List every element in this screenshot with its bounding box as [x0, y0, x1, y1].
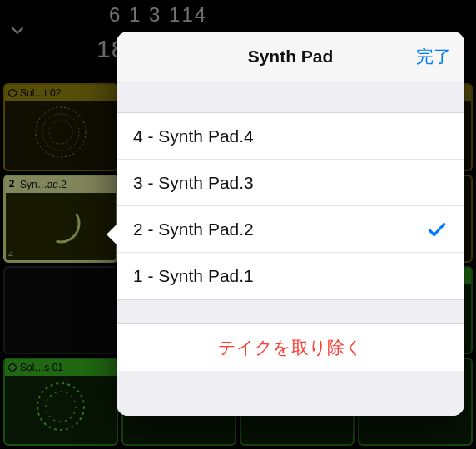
remove-take-button[interactable]: テイクを取り除く	[117, 324, 464, 371]
pad-cell-selected[interactable]: 2 Syn…ad.2 4	[3, 175, 118, 263]
pad-ring-icon	[32, 103, 90, 161]
take-row[interactable]: 4 - Synth Pad.4	[117, 113, 464, 160]
pad-ring-icon	[32, 377, 90, 436]
svg-point-8	[46, 392, 76, 422]
pad-ring-icon	[32, 195, 90, 253]
take-label: 2 - Synth Pad.2	[133, 220, 426, 239]
pad-cell[interactable]: Sol…t 02	[3, 83, 118, 171]
loop-icon	[8, 363, 17, 372]
pad-title: Syn…ad.2	[20, 179, 113, 190]
remove-take-label: テイクを取り除く	[218, 336, 363, 359]
takes-popover: Synth Pad 完了 4 - Synth Pad.4 3 - Synth P…	[117, 32, 464, 416]
pad-cell[interactable]: Sol…s 01	[3, 358, 118, 446]
chevron-down-icon[interactable]	[8, 21, 27, 39]
take-row-selected[interactable]: 2 - Synth Pad.2	[117, 206, 464, 253]
take-label: 3 - Synth Pad.3	[133, 173, 448, 193]
take-label: 4 - Synth Pad.4	[133, 126, 448, 146]
check-icon	[426, 219, 448, 240]
svg-point-3	[42, 114, 79, 150]
popover-footer	[117, 371, 464, 416]
popover-arrow	[107, 223, 118, 246]
svg-point-5	[36, 199, 86, 249]
pad-title: Sol…t 02	[20, 87, 113, 99]
position-text: 6 1 3 114	[109, 3, 207, 27]
popover-title: Synth Pad	[248, 47, 334, 67]
svg-rect-6	[8, 363, 17, 372]
take-row[interactable]: 3 - Synth Pad.3	[117, 160, 464, 206]
done-button[interactable]: 完了	[416, 32, 451, 81]
transport-position: 6 1 3 114	[109, 3, 207, 27]
pad-cell-empty[interactable]	[3, 266, 118, 354]
pad-take-badge: 2	[5, 176, 18, 191]
svg-rect-1	[8, 89, 17, 97]
popover-spacer	[117, 81, 464, 113]
popover-spacer	[117, 299, 464, 324]
svg-point-2	[36, 107, 86, 157]
svg-point-4	[49, 121, 72, 144]
take-list: 4 - Synth Pad.4 3 - Synth Pad.3 2 - Synt…	[117, 113, 464, 299]
popover-header: Synth Pad 完了	[117, 32, 464, 81]
pad-title: Sol…s 01	[20, 362, 113, 373]
take-label: 1 - Synth Pad.1	[133, 266, 448, 286]
take-row[interactable]: 1 - Synth Pad.1	[117, 253, 464, 299]
pad-corner-count: 4	[8, 249, 13, 259]
svg-point-7	[37, 383, 84, 430]
loop-icon	[8, 89, 17, 97]
